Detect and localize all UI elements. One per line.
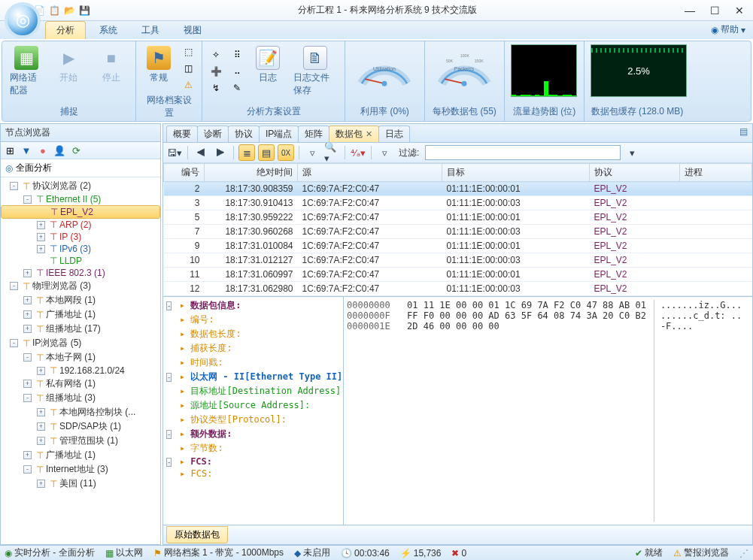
qat-paste-icon[interactable]: 📋 [48, 5, 60, 17]
tb-find-icon[interactable]: 🔍▾ [323, 144, 340, 161]
tb-view1-icon[interactable]: ≣ [238, 144, 255, 161]
tab-log[interactable]: 日志 [378, 126, 410, 142]
table-row[interactable]: 218:17:30.9083591C:69:7A:F2:C0:4701:11:1… [164, 182, 752, 196]
tree-toggle-icon[interactable]: + [23, 296, 32, 304]
tree-item[interactable]: -⊤Internet地址 (3) [1, 462, 160, 477]
qat-save-icon[interactable]: 💾 [78, 5, 90, 17]
scheme-small-2-icon[interactable]: ➕ [208, 64, 223, 79]
col-proto[interactable]: 协议 [590, 164, 680, 182]
tree-item[interactable]: +⊤192.168.21.0/24 [1, 365, 160, 377]
nb-tool-4-icon[interactable]: 👤 [53, 144, 65, 156]
tree-item[interactable]: +⊤ARP (2) [1, 219, 160, 231]
tab-protocol[interactable]: 协议 [228, 126, 260, 142]
detail-item[interactable]: - ▸ FCS: [166, 456, 340, 468]
detail-item[interactable]: ▸ 目标地址[Destination Address]: [166, 384, 340, 398]
scheme-small-5-icon[interactable]: ⠤ [229, 64, 244, 79]
tree-item[interactable]: +⊤组播地址 (17) [1, 322, 160, 336]
status-alarm[interactable]: ⚠警报浏览器 [673, 546, 729, 559]
tb-color-icon[interactable]: ▿ [304, 144, 320, 161]
status-grip-icon[interactable]: ⋰ [739, 548, 748, 558]
detail-item[interactable]: ▸ 捕获长度: [166, 341, 340, 356]
tree-toggle-icon[interactable]: + [37, 480, 45, 488]
tree-toggle-icon[interactable]: + [37, 422, 45, 431]
status-eth[interactable]: ▦以太网 [105, 546, 143, 559]
tree-item[interactable]: ⊤EPL_V2 [1, 205, 160, 219]
qat-open-icon[interactable]: 📂 [63, 5, 75, 17]
scheme-small-6-icon[interactable]: ✎ [229, 80, 244, 95]
tb-opts-icon[interactable]: ▿ [376, 144, 393, 161]
tree-toggle-icon[interactable]: + [37, 437, 45, 445]
tree-item[interactable]: -⊤IP浏览器 (5) [1, 336, 160, 350]
tree-item[interactable]: -⊤协议浏览器 (2) [1, 179, 160, 193]
tree-item[interactable]: +⊤美国 (11) [1, 477, 160, 491]
ribbon-tab-system[interactable]: 系统 [89, 22, 128, 39]
adapter-button[interactable]: ▦网络适配器 [8, 44, 44, 98]
tab-ipendpoint[interactable]: IP端点 [259, 126, 299, 142]
col-no[interactable]: 编号 [164, 164, 205, 182]
detail-item[interactable]: - ▸ 数据包信息: [166, 298, 340, 313]
tree-toggle-icon[interactable]: - [23, 465, 32, 474]
ribbon-tab-view[interactable]: 视图 [173, 22, 212, 39]
tree-item[interactable]: +⊤IP (3) [1, 231, 160, 243]
scheme-small-3-icon[interactable]: ↯ [208, 80, 223, 95]
table-row[interactable]: 1018:17:31.0121271C:69:7A:F2:C0:4701:11:… [164, 253, 752, 268]
tree-item[interactable]: -⊤本地子网 (1) [1, 350, 160, 365]
col-proc[interactable]: 进程 [680, 164, 752, 182]
detail-item[interactable]: ▸ 协议类型[Protocol]: [166, 413, 340, 427]
tree-item[interactable]: -⊤物理浏览器 (3) [1, 279, 160, 293]
nb-tool-1-icon[interactable]: ⊞ [4, 144, 16, 156]
detail-item[interactable]: ▸ 源地址[Source Address]: [166, 398, 340, 413]
tab-packets[interactable]: 数据包✕ [329, 126, 379, 142]
detail-item[interactable]: - ▸ 以太网 - II[Ethernet Type II] [166, 370, 340, 384]
profile-small-1-icon[interactable]: ⬚ [181, 44, 196, 59]
tree-item[interactable]: +⊤私有网络 (1) [1, 377, 160, 391]
tree-toggle-icon[interactable]: - [10, 182, 18, 190]
tree-toggle-icon[interactable]: + [37, 367, 45, 375]
filter-input[interactable] [425, 145, 621, 160]
tree-item[interactable]: +⊤本地网络控制块 (... [1, 405, 160, 419]
tree-toggle-icon[interactable]: + [37, 233, 45, 241]
tree-toggle-icon[interactable]: + [37, 408, 45, 416]
col-src[interactable]: 源 [298, 164, 442, 182]
profile-small-2-icon[interactable]: ◫ [181, 61, 196, 76]
minimize-button[interactable]: — [685, 5, 695, 17]
maximize-button[interactable]: ☐ [710, 5, 720, 17]
help-button[interactable]: ◉帮助 ▾ [711, 23, 745, 36]
tb-export-icon[interactable]: 🖫▾ [166, 144, 183, 161]
tb-next-icon[interactable]: ⯈ [212, 144, 229, 161]
tree-toggle-icon[interactable]: - [23, 195, 32, 204]
tree-item[interactable]: +⊤广播地址 (1) [1, 448, 160, 462]
ribbon-tab-analyze[interactable]: 分析 [45, 21, 86, 39]
log-savefile-button[interactable]: 🗎日志文件保存 [292, 44, 339, 98]
tree-item[interactable]: +⊤IPv6 (3) [1, 243, 160, 255]
protocol-tree[interactable]: -⊤协议浏览器 (2)-⊤Ethernet II (5)⊤EPL_V2+⊤ARP… [1, 177, 160, 544]
tree-item[interactable]: -⊤组播地址 (3) [1, 391, 160, 405]
tree-toggle-icon[interactable]: + [37, 221, 45, 229]
table-row[interactable]: 1118:17:31.0609971C:69:7A:F2:C0:4701:11:… [164, 268, 752, 282]
ribbon-tab-tools[interactable]: 工具 [131, 22, 170, 39]
tree-item[interactable]: +⊤管理范围块 (1) [1, 434, 160, 448]
tree-item[interactable]: +⊤IEEE 802.3 (1) [1, 267, 160, 279]
close-button[interactable]: ✕ [735, 5, 744, 17]
filter-dropdown-icon[interactable]: ▾ [624, 144, 640, 161]
table-row[interactable]: 518:17:30.9592221C:69:7A:F2:C0:4701:11:1… [164, 210, 752, 225]
tab-rawpacket[interactable]: 原始数据包 [166, 526, 228, 543]
tree-toggle-icon[interactable]: + [23, 325, 32, 333]
tree-toggle-icon[interactable]: + [37, 245, 45, 253]
table-row[interactable]: 1218:17:31.0629801C:69:7A:F2:C0:4701:11:… [164, 282, 752, 296]
tree-toggle-icon[interactable]: - [10, 339, 18, 347]
detail-item[interactable]: - ▸ 额外数据: [166, 427, 340, 441]
detail-item[interactable]: ▸ 时间戳: [166, 356, 340, 370]
nb-tool-5-icon[interactable]: ⟳ [70, 144, 82, 156]
tab-summary[interactable]: 概要 [166, 126, 198, 142]
tb-decode-icon[interactable]: ⁴⁄ₐ▾ [350, 144, 366, 161]
status-realtime[interactable]: ◉实时分析 - 全面分析 [5, 546, 95, 559]
packet-detail-tree[interactable]: - ▸ 数据包信息:▸ 编号:▸ 数据包长度:▸ 捕获长度:▸ 时间戳:- ▸ … [163, 297, 344, 525]
detail-item[interactable]: ▸ 编号: [166, 313, 340, 327]
profile-general-button[interactable]: ⚑常规 [142, 44, 175, 86]
table-row[interactable]: 318:17:30.9104131C:69:7A:F2:C0:4701:11:1… [164, 196, 752, 210]
tree-toggle-icon[interactable]: + [23, 269, 32, 277]
col-time[interactable]: 绝对时间 [205, 164, 298, 182]
tb-view2-icon[interactable]: ▤ [258, 144, 275, 161]
tree-item[interactable]: +⊤本地网段 (1) [1, 293, 160, 307]
